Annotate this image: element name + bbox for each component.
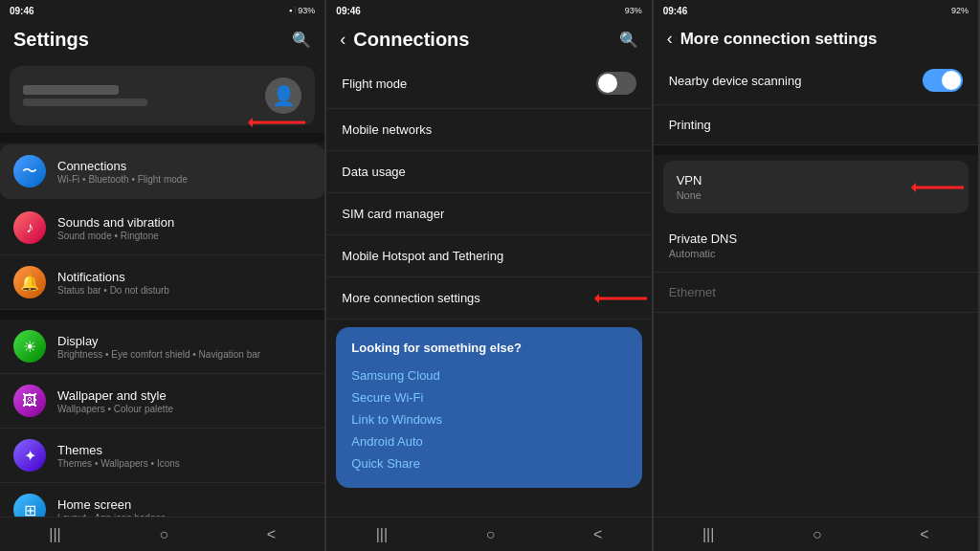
sidebar-item-notifications[interactable]: 🔔 Notifications Status bar • Do not dist… [0, 255, 324, 310]
back-button-3[interactable]: ‹ [667, 29, 673, 49]
suggestion-link-2[interactable]: Link to Windows [351, 408, 626, 430]
sounds-subtitle: Sound mode • Ringtone [57, 231, 174, 241]
notif-subtitle: Status bar • Do not disturb [57, 285, 169, 296]
sidebar-item-sounds[interactable]: ♪ Sounds and vibration Sound mode • Ring… [0, 201, 324, 255]
profile-name [23, 85, 119, 95]
status-time-2: 09:46 [336, 6, 361, 16]
sidebar-item-themes[interactable]: ✦ Themes Themes • Wallpapers • Icons [0, 429, 324, 483]
nav-back-1[interactable]: < [256, 522, 287, 547]
more-conn-label: More connection settings [342, 291, 480, 305]
nearby-scanning-toggle[interactable] [923, 69, 963, 92]
wallpaper-title: Wallpaper and style [57, 388, 173, 403]
suggestion-card: Looking for something else? Samsung Clou… [336, 327, 641, 488]
back-button-2[interactable]: ‹ [340, 30, 345, 50]
mobile-networks-item[interactable]: Mobile networks [326, 109, 651, 151]
sidebar-item-wallpaper[interactable]: 🖼 Wallpaper and style Wallpapers • Colou… [0, 374, 324, 429]
connections-screen-title: Connections [353, 29, 469, 51]
sounds-text: Sounds and vibration Sound mode • Ringto… [57, 215, 174, 241]
battery-2: 93% [625, 6, 642, 15]
nav-back-3[interactable]: < [908, 522, 940, 547]
hotspot-item[interactable]: Mobile Hotspot and Tethering [326, 235, 651, 277]
themes-title: Themes [57, 443, 180, 457]
nearby-scanning-label: Nearby device scanning [669, 74, 802, 88]
profile-sub [23, 99, 147, 106]
settings-header: Settings 🔍 [0, 21, 324, 58]
nav-home-2[interactable]: ○ [475, 522, 507, 547]
sidebar-item-connections[interactable]: 〜 Connections Wi-Fi • Bluetooth • Flight… [0, 144, 324, 199]
section-gap-2 [0, 310, 324, 320]
connections-header: ‹ Connections 🔍 [326, 21, 651, 58]
nav-home-3[interactable]: ○ [801, 522, 834, 547]
flight-mode-toggle[interactable] [596, 72, 636, 95]
ethernet-item[interactable]: Ethernet [654, 273, 978, 313]
printing-content: Printing [669, 118, 711, 132]
bottom-nav-3: ||| ○ < [654, 517, 978, 551]
suggestion-link-3[interactable]: Android Auto [351, 430, 626, 452]
status-bar-1: 09:46 ▪ 𝄄 93% [0, 0, 324, 21]
nearby-scanning-item[interactable]: Nearby device scanning [654, 56, 978, 105]
notif-icon: 🔔 [13, 266, 46, 298]
svg-marker-5 [911, 183, 916, 192]
more-conn-item[interactable]: More connection settings [326, 277, 651, 320]
private-dns-item[interactable]: Private DNS Automatic [654, 219, 978, 273]
printing-item[interactable]: Printing [654, 105, 978, 145]
section-gap-1 [0, 133, 324, 143]
panel-more-connections: 09:46 92% ‹ More connection settings Nea… [654, 0, 980, 551]
settings-title: Settings [13, 29, 89, 51]
notif-text: Notifications Status bar • Do not distur… [57, 270, 169, 296]
nav-menu-2[interactable]: ||| [365, 522, 399, 547]
sidebar-item-display[interactable]: ☀ Display Brightness • Eye comfort shiel… [0, 320, 324, 374]
suggestion-link-4[interactable]: Quick Share [351, 452, 626, 474]
home-text: Home screen Layout • App icon badges [57, 497, 166, 518]
notif-title: Notifications [57, 270, 169, 284]
private-dns-subtitle: Automatic [669, 248, 738, 259]
private-dns-content: Private DNS Automatic [669, 231, 738, 259]
home-title: Home screen [57, 497, 166, 512]
flight-mode-item[interactable]: Flight mode [326, 58, 651, 109]
svg-marker-1 [248, 118, 253, 127]
themes-icon: ✦ [13, 439, 46, 472]
header-left-2: ‹ Connections [340, 29, 469, 51]
sounds-title: Sounds and vibration [57, 215, 174, 230]
signal-icon-1: ▪ [289, 6, 292, 15]
data-usage-label: Data usage [342, 165, 406, 179]
sidebar-item-homescreen[interactable]: ⊞ Home screen Layout • App icon badges [0, 483, 324, 517]
panel-settings: 09:46 ▪ 𝄄 93% Settings 🔍 👤 〜 Connections… [0, 0, 326, 551]
wallpaper-icon: 🖼 [13, 385, 46, 417]
sounds-icon: ♪ [13, 211, 46, 244]
suggestion-link-0[interactable]: Samsung Cloud [351, 364, 626, 386]
connections-text: Connections Wi-Fi • Bluetooth • Flight m… [57, 159, 188, 185]
nav-back-2[interactable]: < [582, 522, 613, 547]
header-left-3: ‹ More connection settings [667, 29, 878, 49]
battery-3: 92% [951, 6, 969, 15]
connections-icon: 〜 [13, 155, 46, 187]
vpn-card[interactable]: VPN None [663, 161, 969, 213]
data-usage-item[interactable]: Data usage [326, 151, 651, 193]
search-button-1[interactable]: 🔍 [292, 31, 311, 49]
display-title: Display [57, 334, 260, 348]
nav-menu-1[interactable]: ||| [37, 522, 72, 547]
battery-1: 93% [298, 6, 315, 15]
status-time-1: 09:46 [10, 6, 34, 16]
ethernet-label: Ethernet [669, 285, 716, 299]
sim-card-item[interactable]: SIM card manager [326, 193, 651, 235]
search-button-2[interactable]: 🔍 [619, 31, 638, 49]
panel-connections: 09:46 93% ‹ Connections 🔍 Flight mode Mo… [326, 0, 653, 551]
printing-label: Printing [669, 118, 711, 132]
display-subtitle: Brightness • Eye comfort shield • Naviga… [57, 349, 260, 360]
status-bar-3: 09:46 92% [654, 0, 978, 21]
status-bar-2: 09:46 93% [326, 0, 651, 21]
suggestion-title: Looking for something else? [351, 341, 626, 355]
nav-home-1[interactable]: ○ [147, 522, 180, 547]
connections-list: Flight mode Mobile networks Data usage S… [326, 58, 651, 517]
more-conn-title: More connection settings [680, 30, 878, 49]
nav-menu-3[interactable]: ||| [691, 522, 725, 547]
themes-text: Themes Themes • Wallpapers • Icons [57, 443, 180, 469]
ethernet-content: Ethernet [669, 285, 716, 299]
more-conn-header: ‹ More connection settings [654, 21, 978, 56]
arrow-svg-2 [594, 290, 652, 307]
connections-title: Connections [57, 159, 188, 173]
display-text: Display Brightness • Eye comfort shield … [57, 334, 260, 360]
svg-marker-3 [594, 294, 599, 303]
suggestion-link-1[interactable]: Secure Wi-Fi [351, 386, 626, 408]
